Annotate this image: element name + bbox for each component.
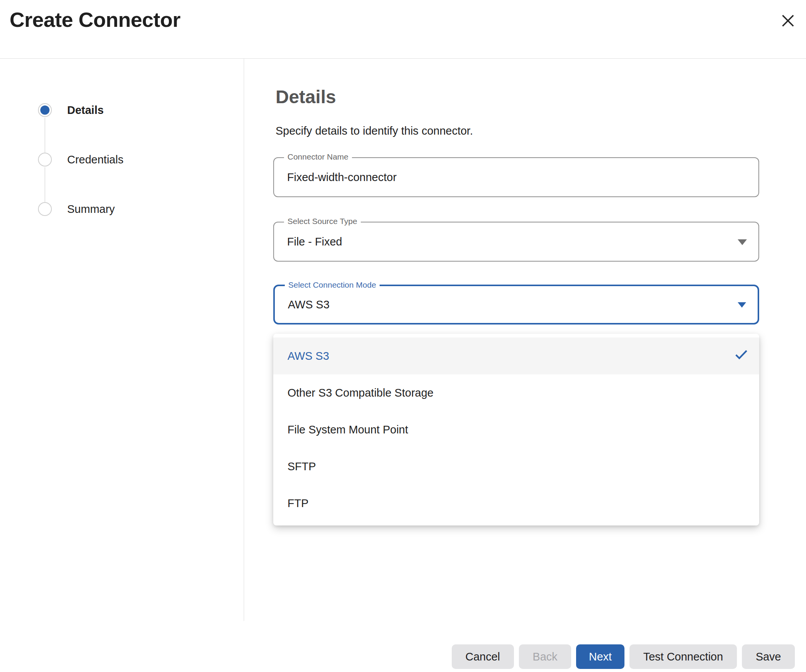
connector-name-field[interactable]: Connector Name Fixed-width-connector bbox=[273, 157, 759, 197]
sidebar-step-summary[interactable]: Summary bbox=[67, 202, 115, 216]
menu-option-label: FTP bbox=[287, 497, 309, 510]
close-button[interactable] bbox=[779, 12, 797, 30]
menu-option-label: Other S3 Compatible Storage bbox=[287, 387, 433, 399]
menu-option-ftp[interactable]: FTP bbox=[273, 485, 759, 522]
connection-mode-select[interactable]: Select Connection Mode AWS S3 bbox=[273, 285, 759, 324]
step-connector-line bbox=[45, 118, 45, 153]
menu-option-label: AWS S3 bbox=[287, 350, 329, 362]
source-type-select[interactable]: Select Source Type File - Fixed bbox=[273, 222, 759, 262]
connection-mode-label: Select Connection Mode bbox=[285, 280, 380, 290]
dialog-actions: Cancel Back Next Test Connection Save bbox=[452, 644, 795, 669]
step-content: Details Specify details to identify this… bbox=[244, 59, 806, 621]
dialog-title: Create Connector bbox=[10, 8, 180, 31]
chevron-down-icon bbox=[738, 302, 746, 308]
source-type-value: File - Fixed bbox=[287, 236, 342, 248]
create-connector-dialog: Create Connector Details Credentials Sum… bbox=[0, 0, 806, 621]
wizard-stepper: Details Credentials Summary bbox=[0, 59, 244, 621]
step-details-indicator[interactable] bbox=[38, 103, 52, 117]
save-button[interactable]: Save bbox=[742, 644, 795, 669]
menu-option-label: File System Mount Point bbox=[287, 423, 408, 436]
checkmark-icon bbox=[734, 349, 748, 364]
page-title: Details bbox=[276, 86, 336, 107]
connection-mode-value: AWS S3 bbox=[288, 298, 330, 311]
menu-option-file-system-mount-point[interactable]: File System Mount Point bbox=[273, 411, 759, 448]
step-summary-indicator[interactable] bbox=[38, 202, 52, 216]
menu-option-sftp[interactable]: SFTP bbox=[273, 448, 759, 485]
next-button[interactable]: Next bbox=[576, 644, 624, 669]
sidebar-step-credentials[interactable]: Credentials bbox=[67, 153, 124, 166]
step-credentials-indicator[interactable] bbox=[38, 153, 52, 166]
page-subtitle: Specify details to identify this connect… bbox=[276, 125, 473, 137]
chevron-down-icon bbox=[738, 239, 747, 245]
menu-option-label: SFTP bbox=[287, 460, 316, 473]
sidebar-step-details[interactable]: Details bbox=[67, 103, 104, 117]
connector-name-value[interactable]: Fixed-width-connector bbox=[287, 171, 396, 184]
dialog-header: Create Connector bbox=[0, 0, 806, 59]
connector-name-label: Connector Name bbox=[284, 152, 352, 161]
source-type-label: Select Source Type bbox=[284, 217, 361, 226]
cancel-button[interactable]: Cancel bbox=[452, 644, 514, 669]
connection-mode-dropdown-menu: AWS S3 Other S3 Compatible Storage File … bbox=[273, 334, 759, 525]
active-step-dot bbox=[40, 105, 50, 115]
menu-option-other-s3-compatible-storage[interactable]: Other S3 Compatible Storage bbox=[273, 374, 759, 411]
dialog-body: Details Credentials Summary Details Spec… bbox=[0, 59, 806, 621]
menu-option-aws-s3[interactable]: AWS S3 bbox=[273, 338, 759, 374]
test-connection-button[interactable]: Test Connection bbox=[629, 644, 737, 669]
back-button[interactable]: Back bbox=[519, 644, 571, 669]
step-connector-line bbox=[45, 167, 45, 202]
close-icon bbox=[780, 13, 796, 28]
